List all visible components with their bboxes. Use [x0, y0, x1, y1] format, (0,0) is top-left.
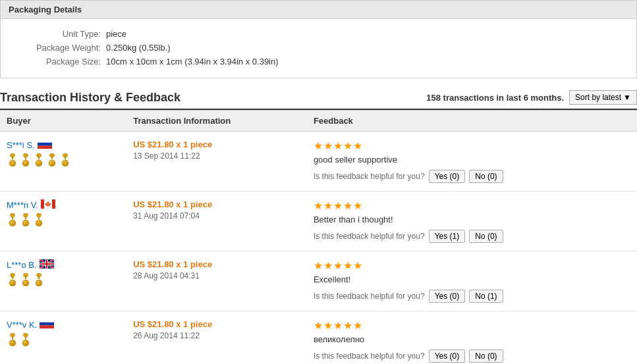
svg-rect-51: [40, 325, 54, 328]
svg-marker-3: [10, 153, 15, 157]
svg-rect-19: [41, 199, 44, 209]
svg-rect-41: [12, 277, 13, 279]
yes-button[interactable]: Yes (0): [429, 170, 466, 183]
sort-label: Sort by latest: [575, 93, 621, 102]
buyer-name: L***o B.: [7, 260, 37, 270]
svg-rect-13: [51, 157, 53, 159]
table-row: V***v K.: [0, 311, 637, 365]
price-info: US $21.80 x 1 piece: [133, 319, 300, 329]
svg-rect-4: [12, 157, 13, 159]
svg-marker-15: [63, 153, 68, 157]
svg-point-48: [36, 280, 42, 286]
svg-point-30: [36, 220, 42, 226]
sort-icon: ▼: [623, 93, 631, 102]
buyer-cell: M***n V. 🍁: [0, 192, 126, 251]
price-info: US $21.80 x 1 piece: [133, 140, 300, 149]
transaction-count: 158 transactions in last 6 months.: [426, 93, 564, 103]
svg-rect-29: [38, 217, 40, 219]
transaction-meta: 158 transactions in last 6 months. Sort …: [426, 90, 637, 105]
svg-rect-44: [25, 277, 26, 279]
buyer-name-row: S***i S.: [7, 140, 120, 151]
no-button[interactable]: No (1): [469, 290, 503, 303]
svg-point-14: [49, 160, 55, 167]
packaging-section: Packaging Details Unit Type: piece Packa…: [0, 0, 637, 78]
star-rating: ★★★★★: [314, 259, 630, 272]
svg-rect-53: [12, 337, 13, 339]
star-rating: ★★★★★: [314, 319, 630, 332]
svg-rect-49: [40, 319, 54, 323]
svg-point-27: [22, 220, 29, 226]
helpful-row: Is this feedback helpful for you? Yes (0…: [314, 170, 630, 183]
packaging-header: Packaging Details: [0, 0, 637, 18]
helpful-prompt: Is this feedback helpful for you?: [314, 292, 425, 301]
transaction-section: Transaction History & Feedback 158 trans…: [0, 90, 637, 364]
svg-marker-25: [23, 213, 28, 217]
svg-rect-0: [38, 140, 52, 143]
svg-rect-23: [12, 217, 13, 219]
col-transaction: Transaction Information: [126, 111, 307, 132]
transaction-title: Transaction History & Feedback: [0, 91, 180, 105]
helpful-prompt: Is this feedback helpful for you?: [314, 351, 425, 361]
svg-rect-16: [65, 157, 66, 159]
sort-button[interactable]: Sort by latest ▼: [569, 90, 637, 105]
star-rating: ★★★★★: [314, 140, 630, 152]
transaction-cell: US $21.80 x 1 piece 26 Aug 2014 11:22: [126, 311, 307, 365]
col-feedback: Feedback: [307, 111, 637, 132]
feedback-text: good seller supportive: [314, 155, 630, 165]
unit-type-value: piece: [106, 29, 126, 39]
buyer-name-row: M***n V. 🍁: [7, 199, 120, 211]
svg-marker-6: [23, 153, 28, 157]
transaction-cell: US $21.80 x 1 piece 13 Sep 2014 11:22: [126, 132, 307, 192]
svg-marker-52: [10, 333, 15, 337]
package-weight-label: Package Weight:: [1, 43, 106, 53]
packaging-row-unit: Unit Type: piece: [1, 27, 636, 41]
buyer-name: S***i S.: [7, 140, 35, 150]
buyer-name: M***n V.: [7, 200, 38, 210]
yes-button[interactable]: Yes (1): [429, 230, 466, 243]
svg-rect-10: [38, 157, 40, 159]
helpful-row: Is this feedback helpful for you? Yes (0…: [314, 290, 630, 303]
packaging-row-weight: Package Weight: 0.250kg (0.55lb.): [1, 41, 636, 55]
svg-point-5: [9, 160, 16, 167]
svg-marker-55: [23, 333, 28, 337]
flag-icon: [40, 319, 54, 330]
package-size-label: Package Size:: [1, 57, 106, 66]
buyer-name-row: V***v K.: [7, 319, 120, 330]
date-info: 28 Aug 2014 04:31: [133, 271, 300, 280]
buyer-cell: V***v K.: [0, 311, 126, 365]
no-button[interactable]: No (0): [469, 350, 503, 363]
helpful-row: Is this feedback helpful for you? Yes (1…: [314, 230, 630, 243]
yes-button[interactable]: Yes (0): [429, 290, 466, 303]
col-buyer: Buyer: [0, 111, 126, 132]
packaging-body: Unit Type: piece Package Weight: 0.250kg…: [0, 18, 637, 78]
svg-point-45: [22, 280, 29, 286]
buyer-cell: S***i S.: [0, 132, 126, 192]
medals-row: [7, 213, 120, 226]
table-row: S***i S.: [0, 132, 637, 192]
svg-marker-12: [49, 153, 55, 157]
buyer-name-row: L***o B.: [7, 259, 120, 271]
helpful-row: Is this feedback helpful for you? Yes (0…: [314, 350, 630, 363]
svg-point-11: [36, 160, 42, 167]
feedback-cell: ★★★★★ великолепно Is this feedback helpf…: [307, 311, 637, 365]
svg-point-17: [62, 160, 69, 167]
price-info: US $21.80 x 1 piece: [133, 199, 300, 209]
flag-icon: [38, 140, 52, 151]
table-row: L***o B.: [0, 251, 637, 311]
svg-marker-9: [36, 153, 42, 157]
packaging-row-size: Package Size: 10cm x 10cm x 1cm (3.94in …: [1, 55, 636, 68]
flag-icon: [40, 259, 54, 271]
no-button[interactable]: No (0): [469, 230, 503, 243]
svg-rect-26: [25, 217, 26, 219]
svg-rect-56: [25, 337, 26, 339]
medals-row: [7, 153, 120, 167]
svg-marker-46: [36, 273, 42, 277]
date-info: 26 Aug 2014 11:22: [133, 331, 300, 340]
svg-rect-20: [52, 199, 55, 209]
package-weight-value: 0.250kg (0.55lb.): [106, 43, 171, 53]
yes-button[interactable]: Yes (0): [429, 350, 466, 363]
svg-marker-28: [36, 213, 42, 217]
transaction-cell: US $21.80 x 1 piece 28 Aug 2014 04:31: [126, 251, 307, 311]
no-button[interactable]: No (0): [469, 170, 503, 183]
feedback-cell: ★★★★★ Excellent! Is this feedback helpfu…: [307, 251, 637, 311]
